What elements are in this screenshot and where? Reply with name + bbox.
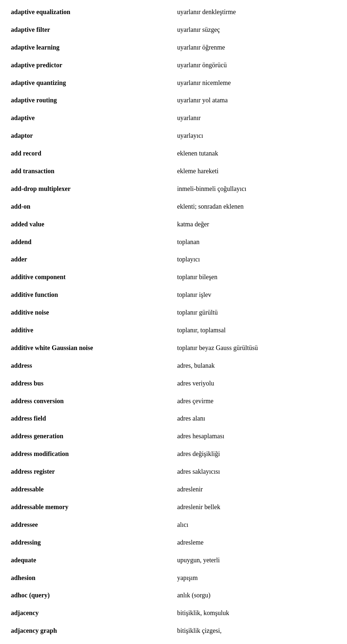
entry-english: addressable memory: [11, 502, 166, 512]
entry-english: adaptive quantizing: [11, 78, 166, 88]
entry-turkish: toplayıcı: [177, 255, 336, 265]
entry-english: addressable: [11, 485, 166, 495]
entry-turkish: toplanan: [177, 237, 336, 247]
entry-english: address register: [11, 467, 166, 477]
entry-english: adaptive routing: [11, 95, 166, 106]
entry-turkish: adres hesaplaması: [177, 431, 336, 442]
entry-turkish: adresleme: [177, 538, 336, 548]
entry-turkish: bitişiklik çizgesi,: [177, 626, 336, 636]
entry-english: adequate: [11, 555, 166, 566]
entry-turkish: adres saklayıcısı: [177, 467, 336, 477]
entry-turkish: eklenti; sonradan eklenen: [177, 202, 336, 212]
entry-english: adaptive filter: [11, 25, 166, 35]
entry-english: address modification: [11, 449, 166, 459]
entry-english: adaptive predictor: [11, 60, 166, 71]
entry-turkish: alıcı: [177, 520, 336, 530]
entry-english: adaptive equalization: [11, 7, 166, 17]
entry-turkish: inmeli-binmeli çoğullayıcı: [177, 184, 336, 194]
entry-turkish: eklenen tutanak: [177, 149, 336, 159]
entry-english: add-on: [11, 202, 166, 212]
entry-turkish: uyarlanır öngörücü: [177, 60, 336, 71]
entry-turkish: uyarlanır nicemleme: [177, 78, 336, 88]
dictionary-container: adaptive equalizationadaptive filteradap…: [11, 7, 336, 644]
entry-english: additive: [11, 325, 166, 336]
entry-english: adaptive learning: [11, 43, 166, 53]
entry-english: additive white Gaussian noise: [11, 343, 166, 353]
entry-turkish: anlık (sorgu): [177, 590, 336, 601]
entry-turkish: adreslenir bellek: [177, 502, 336, 512]
entry-turkish: toplanır gürültü: [177, 308, 336, 318]
entry-english: adhesion: [11, 573, 166, 583]
entry-english: address field: [11, 414, 166, 424]
entry-turkish: uyarlanır: [177, 113, 336, 123]
entry-english: adhoc (query): [11, 590, 166, 601]
entry-turkish: adres çevirme: [177, 396, 336, 406]
entry-english: adjacency: [11, 608, 166, 618]
column-right: uyarlanır denkleştirmeuyarlanır süzgeçuy…: [174, 7, 336, 644]
entry-english: address generation: [11, 431, 166, 442]
entry-english: addressing: [11, 538, 166, 548]
entry-english: add-drop multiplexer: [11, 184, 166, 194]
entry-turkish: toplanır beyaz Gauss gürültüsü: [177, 343, 336, 353]
entry-turkish: toplanır, toplamsal: [177, 325, 336, 336]
entry-english: add record: [11, 149, 166, 159]
entry-turkish: uyarlanır öğrenme: [177, 43, 336, 53]
entry-turkish: uyarlanır süzgeç: [177, 25, 336, 35]
entry-english: address bus: [11, 379, 166, 389]
entry-turkish: uyarlayıcı: [177, 131, 336, 141]
entry-english: adaptor: [11, 131, 166, 141]
entry-turkish: bitişiklik, komşuluk: [177, 608, 336, 618]
entry-english: addressee: [11, 520, 166, 530]
entry-english: additive component: [11, 272, 166, 282]
entry-turkish: adres değişikliği: [177, 449, 336, 459]
entry-turkish: adreslenir: [177, 485, 336, 495]
entry-turkish: adres alanı: [177, 414, 336, 424]
entry-turkish: toplanır işlev: [177, 290, 336, 300]
entry-english: adjacency graph: [11, 626, 166, 636]
entry-english: added value: [11, 219, 166, 230]
entry-turkish: upuygun, yeterli: [177, 555, 336, 566]
entry-english: address conversion: [11, 396, 166, 406]
entry-turkish: yapışım: [177, 573, 336, 583]
entry-turkish: ekleme hareketi: [177, 166, 336, 176]
entry-english: addend: [11, 237, 166, 247]
entry-turkish: uyarlanır yol atama: [177, 95, 336, 106]
entry-english: additive function: [11, 290, 166, 300]
entry-turkish: adres, bulanak: [177, 361, 336, 371]
entry-english: add transaction: [11, 166, 166, 176]
column-left: adaptive equalizationadaptive filteradap…: [11, 7, 174, 644]
entry-english: adder: [11, 255, 166, 265]
entry-english: additive noise: [11, 308, 166, 318]
entry-turkish: adres veriyolu: [177, 379, 336, 389]
entry-english: adaptive: [11, 113, 166, 123]
entry-turkish: toplanır bileşen: [177, 272, 336, 282]
entry-turkish: uyarlanır denkleştirme: [177, 7, 336, 17]
entry-turkish: katma değer: [177, 219, 336, 230]
entry-english: address: [11, 361, 166, 371]
